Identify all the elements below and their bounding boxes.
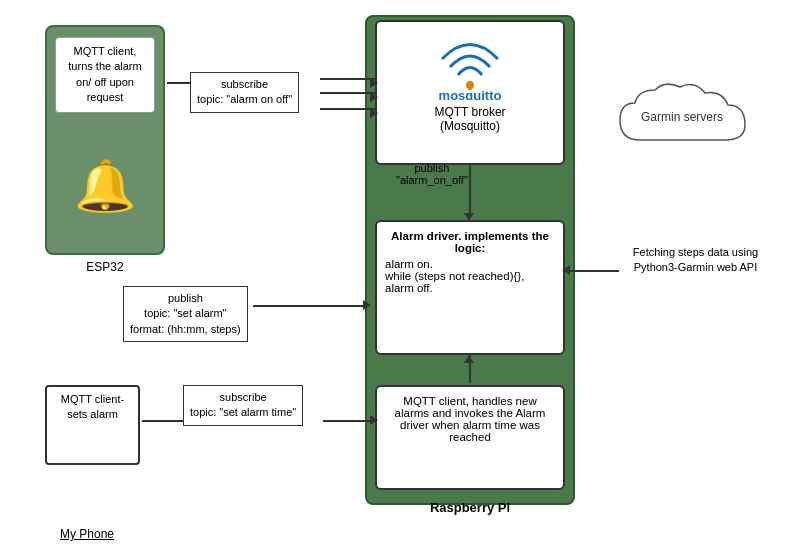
alarm-driver-line2: while (steps not reached){},: [385, 270, 555, 282]
arrow-publish2-broker: [253, 305, 368, 307]
esp32-description: MQTT client, turns the alarm on/ off upo…: [55, 37, 155, 113]
mqtt-broker-box: mosquitto MQTT broker (Mosquitto): [375, 20, 565, 165]
arrow-line-esp32-sub1: [167, 82, 190, 84]
publish-box-1: publish "alarm_on_off": [396, 162, 468, 186]
arrowhead-3: [370, 108, 378, 118]
esp32-box: MQTT client, turns the alarm on/ off upo…: [45, 25, 165, 255]
esp32-label: ESP32: [45, 260, 165, 274]
mqtt-client-alarm-box: MQTT client- sets alarm: [45, 385, 140, 465]
arrowhead-1: [370, 78, 378, 88]
arrow-broker-alarm-driver: [469, 165, 471, 217]
mqtt-client-bottom-box: MQTT client, handles new alarms and invo…: [375, 385, 565, 490]
publish-box-2: publish topic: "set alarm" format: (hh:m…: [123, 286, 248, 342]
garmin-fetch-label: Fetching steps data using Python3-Garmin…: [618, 245, 773, 276]
arrow-alarm-box-sub2: [142, 420, 184, 422]
subscribe-box-1: subscribe topic: "alarm on off": [190, 72, 299, 113]
alarm-driver-line3: alarm off.: [385, 282, 555, 294]
arrowhead-publish2-broker: [363, 300, 371, 310]
arrow-garmin-alarm: [567, 270, 619, 272]
alarm-driver-line1: alarm on.: [385, 258, 555, 270]
mqtt-client-alarm-text: MQTT client- sets alarm: [61, 393, 124, 420]
subscribe-box-2: subscribe topic: "set alarm time": [183, 385, 303, 426]
my-phone-label: My Phone: [60, 527, 114, 541]
alarm-driver-box: Alarm driver. implements the logic: alar…: [375, 220, 565, 355]
mqtt-client-bottom-text: MQTT client, handles new alarms and invo…: [395, 395, 546, 443]
arrowhead-garmin-alarm: [562, 265, 570, 275]
mosquitto-svg: mosquitto: [430, 30, 510, 100]
alarm-driver-title: Alarm driver. implements the logic:: [385, 230, 555, 254]
diagram-container: mosquitto MQTT broker (Mosquitto) Alarm …: [0, 0, 788, 555]
mqtt-broker-title: MQTT broker (Mosquitto): [377, 105, 563, 133]
svg-text:Garmin servers: Garmin servers: [641, 110, 723, 124]
arrow-line-sub1-broker-2: [320, 92, 375, 94]
arrow-line-sub1-broker-1: [320, 78, 375, 80]
arrowhead-mqtt-bottom-alarm: [464, 355, 474, 363]
arrow-line-sub1-broker-3: [320, 108, 375, 110]
rpi-label: Raspberry Pi: [365, 500, 575, 515]
arrowhead-broker-alarm-driver: [464, 213, 474, 221]
svg-text:mosquitto: mosquitto: [439, 88, 502, 100]
bell-icon: 🔔: [74, 157, 136, 215]
arrowhead-sub2-mqtt-bottom: [370, 415, 378, 425]
garmin-cloud-svg: Garmin servers: [610, 75, 770, 155]
arrowhead-2: [370, 92, 378, 102]
arrow-sub2-mqtt-bottom: [323, 420, 375, 422]
mosquitto-logo: mosquitto: [377, 22, 563, 105]
